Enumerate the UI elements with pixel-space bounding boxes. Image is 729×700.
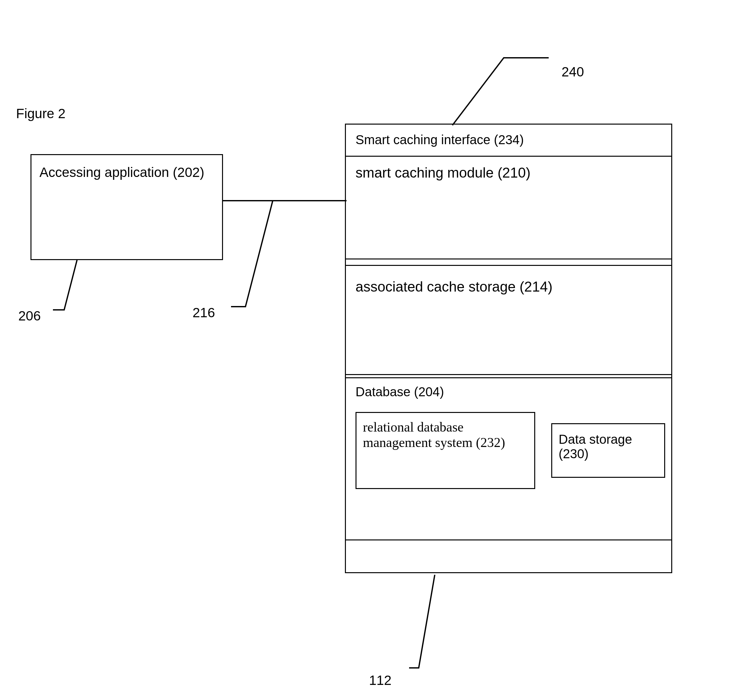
callout-line-112 [409,575,464,687]
callout-line-206 [53,260,91,324]
accessing-application-box: Accessing application (202) [30,154,223,260]
associated-cache-storage-box: associated cache storage (214) [346,266,671,375]
rdbms-label: relational database management system (2… [363,420,505,450]
reference-label-112: 112 [369,673,391,688]
reference-label-206: 206 [18,308,41,324]
spacer [346,540,671,569]
smart-caching-interface-box: Smart caching interface (234) [346,125,671,157]
main-system-container: Smart caching interface (234) smart cach… [345,124,672,573]
spacer [346,259,671,266]
spacer [346,375,671,378]
smart-caching-module-label: smart caching module (210) [356,165,530,180]
smart-caching-module-box: smart caching module (210) [346,157,671,259]
data-storage-label: Data storage (230) [559,432,632,461]
connector-line [223,199,347,202]
smart-caching-interface-label: Smart caching interface (234) [356,132,524,147]
callout-line-240 [452,56,565,125]
figure-title: Figure 2 [16,106,65,121]
rdbms-box: relational database management system (2… [356,412,535,489]
reference-label-216: 216 [193,305,215,320]
associated-cache-storage-label: associated cache storage (214) [356,279,553,294]
reference-label-240: 240 [562,64,584,80]
database-label: Database (204) [356,385,662,399]
database-section-box: Database (204) relational database manag… [346,378,671,540]
data-storage-box: Data storage (230) [551,423,665,478]
accessing-application-label: Accessing application (202) [39,165,205,180]
callout-line-216 [231,201,295,320]
